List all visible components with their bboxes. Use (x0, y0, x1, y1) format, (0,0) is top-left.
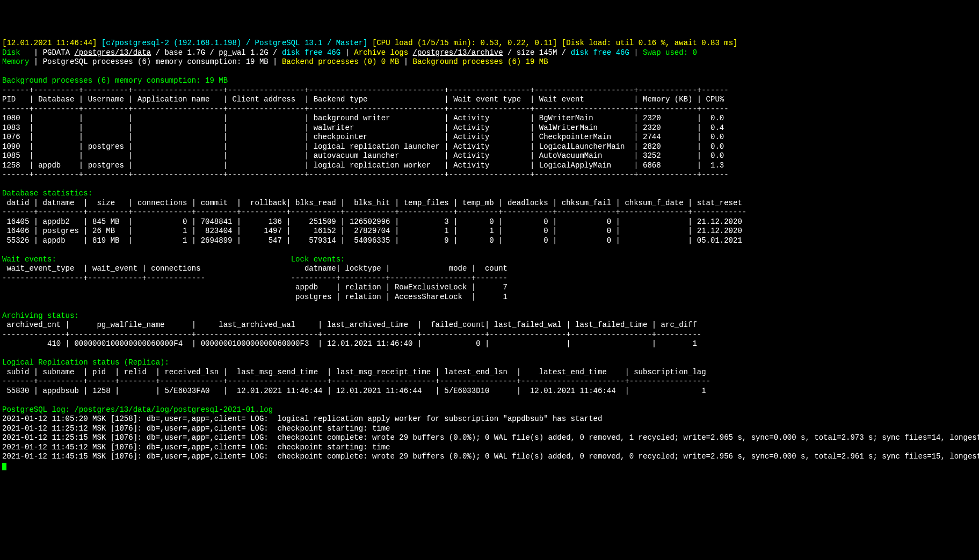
terminal-output: [12.01.2021 11:46:44] [c7postgresql-2 (1… (2, 39, 979, 471)
